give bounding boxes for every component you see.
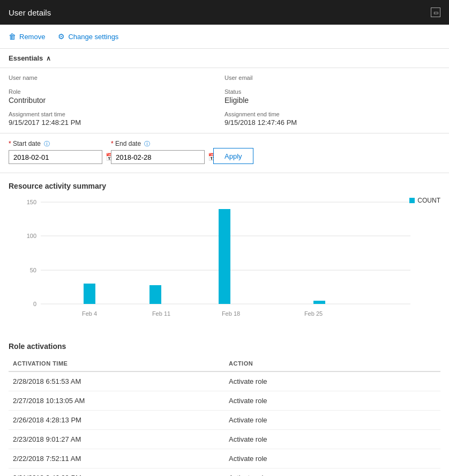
change-settings-button[interactable]: ⚙ Change settings: [58, 30, 118, 43]
start-date-label: * Start date ⓘ: [9, 140, 102, 148]
cell-action: Activate role: [224, 430, 440, 449]
bar-feb18: [219, 209, 230, 304]
essentials-header: Essentials ∧: [0, 49, 449, 68]
remove-button[interactable]: 🗑 Remove: [9, 30, 45, 43]
role-label: Role: [9, 88, 224, 95]
legend-label: COUNT: [417, 197, 440, 204]
window-title: User details: [9, 8, 51, 17]
cell-time: 2/21/2018 3:46:09 PM: [9, 468, 224, 477]
essentials-collapse-icon[interactable]: ∧: [46, 55, 51, 62]
table-row: 2/21/2018 3:46:09 PM Activate role: [9, 468, 440, 477]
user-name-label: User name: [9, 75, 224, 81]
bar-feb4: [84, 284, 95, 304]
essentials-label: Essentials: [9, 54, 43, 62]
cell-action: Activate role: [224, 449, 440, 468]
svg-text:100: 100: [27, 233, 36, 239]
remove-icon: 🗑: [9, 32, 16, 41]
assignment-start-field: Assignment start time 9/15/2017 12:48:21…: [9, 111, 224, 127]
role-activations-table: ACTIVATION TIME ACTION 2/28/2018 6:51:53…: [9, 357, 440, 476]
settings-icon: ⚙: [58, 32, 65, 41]
bar-feb11: [149, 285, 161, 304]
date-filter: * Start date ⓘ 📅 * End date ⓘ 📅 Apply: [0, 133, 449, 173]
chart-title: Resource activity summary: [9, 182, 440, 190]
role-field: Role Contributor: [9, 88, 224, 105]
start-date-input-wrap: 📅: [9, 150, 102, 164]
legend-color-box: [409, 198, 415, 203]
end-date-field: * End date ⓘ 📅: [111, 140, 205, 164]
col-action: ACTION: [224, 357, 440, 371]
essentials-grid: User name User email Role Contributor St…: [0, 68, 449, 133]
cell-time: 2/28/2018 6:51:53 AM: [9, 371, 224, 391]
svg-text:150: 150: [27, 199, 36, 205]
svg-text:Feb 25: Feb 25: [304, 310, 323, 317]
user-email-field: User email: [224, 75, 440, 82]
chart-container: COUNT 150 100 50 0: [9, 197, 440, 333]
end-date-required: *: [111, 140, 114, 147]
status-label: Status: [224, 88, 440, 95]
cell-time: 2/22/2018 7:52:11 AM: [9, 449, 224, 468]
cell-time: 2/27/2018 10:13:05 AM: [9, 391, 224, 411]
cell-action: Activate role: [224, 411, 440, 430]
start-date-field: * Start date ⓘ 📅: [9, 140, 102, 164]
cell-action: Activate role: [224, 468, 440, 477]
apply-button[interactable]: Apply: [213, 148, 253, 164]
assignment-start-label: Assignment start time: [9, 111, 224, 117]
cell-action: Activate role: [224, 391, 440, 411]
svg-text:Feb 18: Feb 18: [222, 310, 240, 317]
cell-time: 2/26/2018 4:28:13 PM: [9, 411, 224, 430]
chart-svg: 150 100 50 0 Feb 4 Feb 11 Feb 18 Feb 25: [19, 197, 426, 325]
user-name-field: User name: [9, 75, 224, 82]
table-row: 2/26/2018 4:28:13 PM Activate role: [9, 411, 440, 430]
assignment-end-field: Assignment end time 9/15/2018 12:47:46 P…: [224, 111, 440, 127]
table-body: 2/28/2018 6:51:53 AM Activate role 2/27/…: [9, 371, 440, 476]
svg-text:50: 50: [30, 267, 36, 273]
cell-action: Activate role: [224, 371, 440, 391]
role-value: Contributor: [9, 96, 224, 105]
start-date-input[interactable]: [13, 153, 103, 161]
svg-text:Feb 4: Feb 4: [82, 310, 97, 317]
svg-text:Feb 11: Feb 11: [152, 310, 170, 317]
cell-time: 2/23/2018 9:01:27 AM: [9, 430, 224, 449]
status-field: Status Eligible: [224, 88, 440, 105]
assignment-end-value: 9/15/2018 12:47:46 PM: [224, 118, 440, 127]
window-controls: ▭: [431, 8, 440, 17]
col-activation-time: ACTIVATION TIME: [9, 357, 224, 371]
end-date-label: * End date ⓘ: [111, 140, 205, 148]
chart-legend: COUNT: [409, 197, 440, 204]
end-date-input-wrap: 📅: [111, 150, 205, 164]
table-row: 2/27/2018 10:13:05 AM Activate role: [9, 391, 440, 411]
change-settings-label: Change settings: [68, 33, 118, 41]
svg-text:0: 0: [33, 301, 36, 307]
assignment-end-label: Assignment end time: [224, 111, 440, 117]
table-header: ACTIVATION TIME ACTION: [9, 357, 440, 371]
restore-button[interactable]: ▭: [431, 8, 440, 17]
remove-label: Remove: [19, 33, 45, 41]
bar-feb25: [313, 301, 325, 304]
end-date-info-icon[interactable]: ⓘ: [144, 140, 150, 147]
start-date-info-icon[interactable]: ⓘ: [44, 140, 50, 147]
table-row: 2/23/2018 9:01:27 AM Activate role: [9, 430, 440, 449]
chart-section: Resource activity summary COUNT 150 100 …: [0, 173, 449, 333]
role-activations-title: Role activations: [9, 342, 440, 351]
title-bar: User details ▭: [0, 0, 449, 25]
user-email-label: User email: [224, 75, 440, 81]
status-value: Eligible: [224, 96, 440, 105]
table-row: 2/22/2018 7:52:11 AM Activate role: [9, 449, 440, 468]
end-date-input[interactable]: [116, 153, 206, 161]
table-row: 2/28/2018 6:51:53 AM Activate role: [9, 371, 440, 391]
assignment-start-value: 9/15/2017 12:48:21 PM: [9, 118, 224, 127]
role-activations-section: Role activations ACTIVATION TIME ACTION …: [0, 333, 449, 476]
toolbar: 🗑 Remove ⚙ Change settings: [0, 25, 449, 49]
start-date-required: *: [9, 140, 11, 147]
